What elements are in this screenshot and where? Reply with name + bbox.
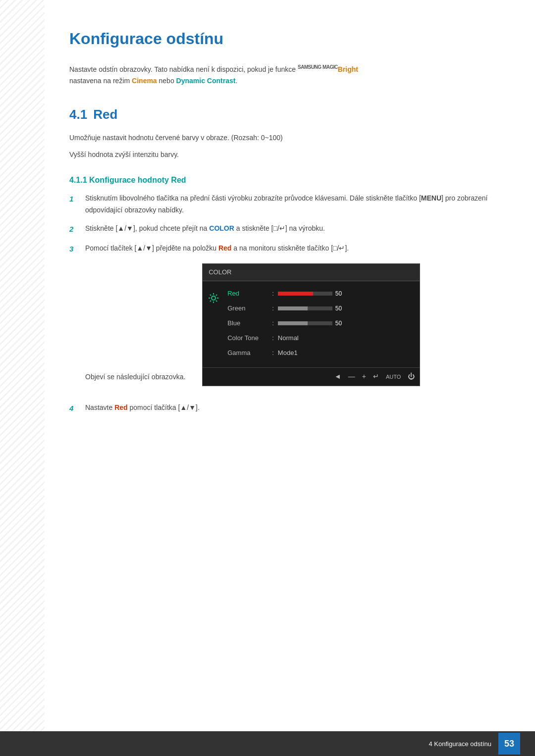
menu-label-color-tone: Color Tone — [227, 333, 272, 344]
section-number: 4.1 — [69, 107, 87, 122]
page-footer: 4 Konfigurace odstínu 53 — [0, 731, 535, 756]
monitor-menu: Red : 50 — [222, 288, 415, 362]
bottom-icon-enter: ↵ — [373, 371, 379, 383]
bottom-icon-minus: — — [348, 371, 355, 383]
footer-page-number: 53 — [498, 733, 520, 755]
slider-fill-red — [278, 292, 314, 296]
intro-paragraph: Nastavte odstín obrazovky. Tato nabídka … — [69, 63, 505, 87]
monitor-bottom-bar: ◄ — + ↵ AUTO ⏻ — [203, 367, 420, 386]
monitor-box: COLOR — [202, 263, 420, 386]
section-title: Red — [93, 107, 117, 122]
page-title: Konfigurace odstínu — [69, 20, 505, 48]
monitor-left-icon — [208, 288, 222, 362]
bottom-icon-left: ◄ — [334, 371, 341, 383]
menu-label-green: Green — [227, 303, 272, 314]
dynamic-contrast-highlight: Dynamic Contrast — [176, 77, 236, 85]
step-3-number: 3 — [69, 243, 81, 255]
slider-track-blue — [278, 321, 332, 325]
monitor-screenshot: COLOR — [202, 263, 420, 386]
step-2-number: 2 — [69, 223, 81, 236]
slider-value-blue: 50 — [335, 318, 345, 328]
step-4: 4 Nastavte Red pomocí tlačítka [▲/▼]. — [69, 402, 505, 415]
intro-line2-mid: nebo — [157, 77, 176, 85]
slider-value-green: 50 — [335, 303, 345, 313]
bottom-auto-label: AUTO — [386, 372, 401, 382]
step-2-text: Stiskněte [▲/▼], pokud chcete přejít na … — [85, 223, 505, 235]
subsection-4-1-1-heading: 4.1.1 Konfigurace hodnoty Red — [69, 176, 505, 185]
slider-value-red: 50 — [335, 289, 345, 299]
step-2: 2 Stiskněte [▲/▼], pokud chcete přejít n… — [69, 223, 505, 236]
section-4-1-heading: 4.1 Red — [69, 107, 505, 122]
intro-line1-start: Nastavte odstín obrazovky. Tato nabídka … — [69, 65, 298, 73]
intro-line2-end: . — [235, 77, 237, 85]
slider-track-red — [278, 292, 332, 296]
monitor-content: Red : 50 — [203, 281, 420, 367]
step-1-number: 1 — [69, 193, 81, 205]
step-3: 3 Pomocí tlačítek [▲/▼] přejděte na polo… — [69, 243, 505, 395]
steps-list: 1 Stisknutím libovolného tlačítka na pře… — [69, 193, 505, 395]
monitor-title: COLOR — [209, 268, 231, 276]
footer-text: 4 Konfigurace odstínu — [429, 740, 491, 748]
color-word: COLOR — [209, 224, 234, 232]
slider-red: 50 — [278, 289, 345, 299]
menu-label-gamma: Gamma — [227, 348, 272, 358]
step-4-text: Nastavte Red pomocí tlačítka [▲/▼]. — [85, 402, 505, 414]
step-1: 1 Stisknutím libovolného tlačítka na pře… — [69, 193, 505, 216]
menu-label-red: Red — [227, 288, 272, 299]
bright-highlight: Bright — [338, 65, 358, 73]
samsung-magic-label: SAMSUNG MAGIC — [298, 64, 338, 70]
settings-icon — [208, 292, 219, 304]
main-content: Konfigurace odstínu Nastavte odstín obra… — [45, 0, 535, 454]
section-body-1: Umožňuje nastavit hodnotu červené barvy … — [69, 132, 505, 144]
monitor-title-bar: COLOR — [203, 264, 420, 281]
slider-green: 50 — [278, 303, 345, 313]
step-1-text: Stisknutím libovolného tlačítka na předn… — [85, 193, 505, 216]
menu-key: MENU — [421, 194, 441, 202]
cinema-highlight: Cinema — [132, 77, 157, 85]
intro-line2-start: nastavena na režim — [69, 77, 132, 85]
menu-row-red: Red : 50 — [227, 288, 415, 299]
menu-value-gamma: Mode1 — [278, 348, 298, 358]
svg-point-0 — [212, 296, 215, 300]
left-stripe-decoration — [0, 0, 45, 756]
bottom-icon-power: ⏻ — [408, 371, 415, 383]
slider-track-green — [278, 306, 332, 310]
step-4-number: 4 — [69, 402, 81, 415]
menu-value-color-tone: Normal — [278, 333, 299, 344]
step-3-text: Pomocí tlačítek [▲/▼] přejděte na položk… — [85, 243, 505, 395]
slider-fill-green — [278, 306, 308, 310]
slider-blue: 50 — [278, 318, 345, 328]
menu-row-blue: Blue : 50 — [227, 318, 415, 329]
red-word-step3: Red — [218, 244, 231, 252]
menu-row-color-tone: Color Tone : Normal — [227, 333, 415, 344]
menu-row-gamma: Gamma : Mode1 — [227, 348, 415, 358]
bottom-icon-plus: + — [362, 371, 366, 383]
section-body-2: Vyšší hodnota zvýší intenzitu barvy. — [69, 149, 505, 161]
menu-label-blue: Blue — [227, 318, 272, 329]
slider-fill-blue — [278, 321, 308, 325]
red-word-step4: Red — [114, 403, 127, 411]
menu-row-green: Green : 50 — [227, 303, 415, 314]
